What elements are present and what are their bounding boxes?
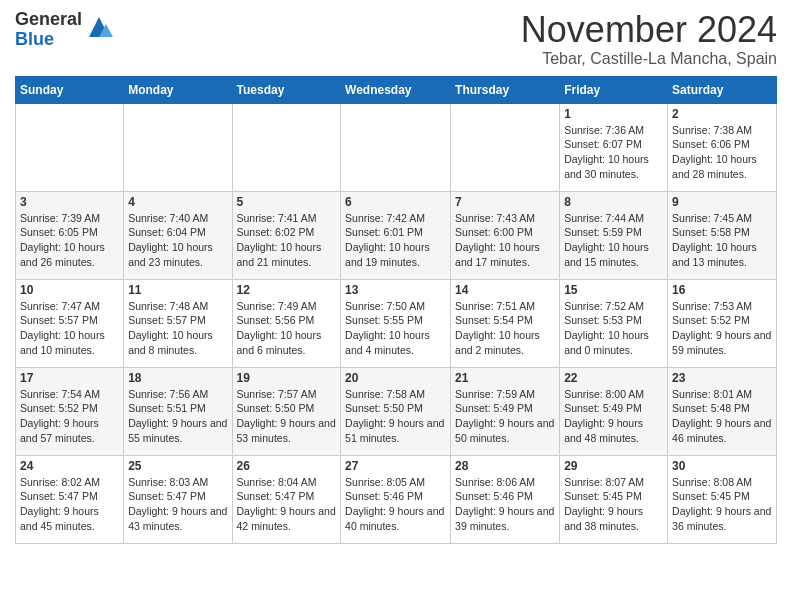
- day-info: Sunrise: 8:02 AMSunset: 5:47 PMDaylight:…: [20, 475, 119, 534]
- day-info: Sunrise: 7:47 AMSunset: 5:57 PMDaylight:…: [20, 299, 119, 358]
- day-info: Sunrise: 8:08 AMSunset: 5:45 PMDaylight:…: [672, 475, 772, 534]
- weekday-header-saturday: Saturday: [668, 76, 777, 103]
- weekday-header-friday: Friday: [560, 76, 668, 103]
- day-info: Sunrise: 7:59 AMSunset: 5:49 PMDaylight:…: [455, 387, 555, 446]
- calendar-cell: 26Sunrise: 8:04 AMSunset: 5:47 PMDayligh…: [232, 455, 341, 543]
- calendar-cell: 20Sunrise: 7:58 AMSunset: 5:50 PMDayligh…: [341, 367, 451, 455]
- week-row-1: 3Sunrise: 7:39 AMSunset: 6:05 PMDaylight…: [16, 191, 777, 279]
- calendar-cell: 25Sunrise: 8:03 AMSunset: 5:47 PMDayligh…: [124, 455, 232, 543]
- calendar-cell: 11Sunrise: 7:48 AMSunset: 5:57 PMDayligh…: [124, 279, 232, 367]
- day-number: 6: [345, 195, 446, 209]
- calendar-cell: [124, 103, 232, 191]
- calendar-cell: 7Sunrise: 7:43 AMSunset: 6:00 PMDaylight…: [451, 191, 560, 279]
- calendar-cell: 30Sunrise: 8:08 AMSunset: 5:45 PMDayligh…: [668, 455, 777, 543]
- day-info: Sunrise: 7:41 AMSunset: 6:02 PMDaylight:…: [237, 211, 337, 270]
- calendar-cell: [16, 103, 124, 191]
- weekday-header-thursday: Thursday: [451, 76, 560, 103]
- calendar-cell: 6Sunrise: 7:42 AMSunset: 6:01 PMDaylight…: [341, 191, 451, 279]
- calendar-cell: 27Sunrise: 8:05 AMSunset: 5:46 PMDayligh…: [341, 455, 451, 543]
- calendar-cell: 4Sunrise: 7:40 AMSunset: 6:04 PMDaylight…: [124, 191, 232, 279]
- day-info: Sunrise: 7:43 AMSunset: 6:00 PMDaylight:…: [455, 211, 555, 270]
- day-number: 20: [345, 371, 446, 385]
- calendar-cell: 9Sunrise: 7:45 AMSunset: 5:58 PMDaylight…: [668, 191, 777, 279]
- calendar-cell: 12Sunrise: 7:49 AMSunset: 5:56 PMDayligh…: [232, 279, 341, 367]
- header: General Blue November 2024 Tebar, Castil…: [15, 10, 777, 68]
- day-number: 3: [20, 195, 119, 209]
- week-row-4: 24Sunrise: 8:02 AMSunset: 5:47 PMDayligh…: [16, 455, 777, 543]
- calendar-cell: 8Sunrise: 7:44 AMSunset: 5:59 PMDaylight…: [560, 191, 668, 279]
- day-number: 19: [237, 371, 337, 385]
- day-number: 1: [564, 107, 663, 121]
- day-info: Sunrise: 7:49 AMSunset: 5:56 PMDaylight:…: [237, 299, 337, 358]
- day-number: 25: [128, 459, 227, 473]
- day-info: Sunrise: 7:58 AMSunset: 5:50 PMDaylight:…: [345, 387, 446, 446]
- day-number: 18: [128, 371, 227, 385]
- calendar-cell: 2Sunrise: 7:38 AMSunset: 6:06 PMDaylight…: [668, 103, 777, 191]
- day-number: 16: [672, 283, 772, 297]
- calendar-cell: 16Sunrise: 7:53 AMSunset: 5:52 PMDayligh…: [668, 279, 777, 367]
- day-number: 23: [672, 371, 772, 385]
- weekday-header-sunday: Sunday: [16, 76, 124, 103]
- day-number: 28: [455, 459, 555, 473]
- calendar-cell: 13Sunrise: 7:50 AMSunset: 5:55 PMDayligh…: [341, 279, 451, 367]
- day-info: Sunrise: 7:39 AMSunset: 6:05 PMDaylight:…: [20, 211, 119, 270]
- calendar-cell: 21Sunrise: 7:59 AMSunset: 5:49 PMDayligh…: [451, 367, 560, 455]
- week-row-2: 10Sunrise: 7:47 AMSunset: 5:57 PMDayligh…: [16, 279, 777, 367]
- day-info: Sunrise: 7:40 AMSunset: 6:04 PMDaylight:…: [128, 211, 227, 270]
- day-number: 10: [20, 283, 119, 297]
- calendar-cell: 5Sunrise: 7:41 AMSunset: 6:02 PMDaylight…: [232, 191, 341, 279]
- day-info: Sunrise: 8:07 AMSunset: 5:45 PMDaylight:…: [564, 475, 663, 534]
- day-number: 9: [672, 195, 772, 209]
- week-row-0: 1Sunrise: 7:36 AMSunset: 6:07 PMDaylight…: [16, 103, 777, 191]
- logo: General Blue: [15, 10, 114, 50]
- calendar-cell: 24Sunrise: 8:02 AMSunset: 5:47 PMDayligh…: [16, 455, 124, 543]
- logo-blue-text: Blue: [15, 30, 82, 50]
- day-info: Sunrise: 7:52 AMSunset: 5:53 PMDaylight:…: [564, 299, 663, 358]
- day-number: 12: [237, 283, 337, 297]
- day-number: 24: [20, 459, 119, 473]
- day-number: 26: [237, 459, 337, 473]
- day-info: Sunrise: 8:03 AMSunset: 5:47 PMDaylight:…: [128, 475, 227, 534]
- logo-icon: [84, 12, 114, 42]
- day-info: Sunrise: 7:48 AMSunset: 5:57 PMDaylight:…: [128, 299, 227, 358]
- day-info: Sunrise: 8:06 AMSunset: 5:46 PMDaylight:…: [455, 475, 555, 534]
- day-number: 8: [564, 195, 663, 209]
- calendar-cell: [451, 103, 560, 191]
- weekday-header-wednesday: Wednesday: [341, 76, 451, 103]
- week-row-3: 17Sunrise: 7:54 AMSunset: 5:52 PMDayligh…: [16, 367, 777, 455]
- day-info: Sunrise: 7:42 AMSunset: 6:01 PMDaylight:…: [345, 211, 446, 270]
- day-info: Sunrise: 7:53 AMSunset: 5:52 PMDaylight:…: [672, 299, 772, 358]
- calendar-cell: 19Sunrise: 7:57 AMSunset: 5:50 PMDayligh…: [232, 367, 341, 455]
- day-number: 29: [564, 459, 663, 473]
- day-number: 15: [564, 283, 663, 297]
- day-number: 30: [672, 459, 772, 473]
- day-number: 14: [455, 283, 555, 297]
- day-info: Sunrise: 8:05 AMSunset: 5:46 PMDaylight:…: [345, 475, 446, 534]
- calendar-cell: 23Sunrise: 8:01 AMSunset: 5:48 PMDayligh…: [668, 367, 777, 455]
- calendar-cell: 22Sunrise: 8:00 AMSunset: 5:49 PMDayligh…: [560, 367, 668, 455]
- day-info: Sunrise: 7:38 AMSunset: 6:06 PMDaylight:…: [672, 123, 772, 182]
- calendar-table: SundayMondayTuesdayWednesdayThursdayFrid…: [15, 76, 777, 544]
- calendar-cell: 10Sunrise: 7:47 AMSunset: 5:57 PMDayligh…: [16, 279, 124, 367]
- calendar-cell: 15Sunrise: 7:52 AMSunset: 5:53 PMDayligh…: [560, 279, 668, 367]
- day-number: 13: [345, 283, 446, 297]
- day-info: Sunrise: 7:54 AMSunset: 5:52 PMDaylight:…: [20, 387, 119, 446]
- day-info: Sunrise: 8:01 AMSunset: 5:48 PMDaylight:…: [672, 387, 772, 446]
- day-number: 4: [128, 195, 227, 209]
- logo-general-text: General: [15, 10, 82, 30]
- day-number: 21: [455, 371, 555, 385]
- month-title: November 2024: [521, 10, 777, 50]
- calendar-cell: 1Sunrise: 7:36 AMSunset: 6:07 PMDaylight…: [560, 103, 668, 191]
- day-number: 17: [20, 371, 119, 385]
- day-number: 2: [672, 107, 772, 121]
- day-info: Sunrise: 7:36 AMSunset: 6:07 PMDaylight:…: [564, 123, 663, 182]
- day-info: Sunrise: 8:04 AMSunset: 5:47 PMDaylight:…: [237, 475, 337, 534]
- location-title: Tebar, Castille-La Mancha, Spain: [521, 50, 777, 68]
- calendar-cell: 29Sunrise: 8:07 AMSunset: 5:45 PMDayligh…: [560, 455, 668, 543]
- day-info: Sunrise: 7:51 AMSunset: 5:54 PMDaylight:…: [455, 299, 555, 358]
- weekday-header-monday: Monday: [124, 76, 232, 103]
- calendar-cell: [341, 103, 451, 191]
- day-info: Sunrise: 8:00 AMSunset: 5:49 PMDaylight:…: [564, 387, 663, 446]
- day-number: 27: [345, 459, 446, 473]
- day-info: Sunrise: 7:44 AMSunset: 5:59 PMDaylight:…: [564, 211, 663, 270]
